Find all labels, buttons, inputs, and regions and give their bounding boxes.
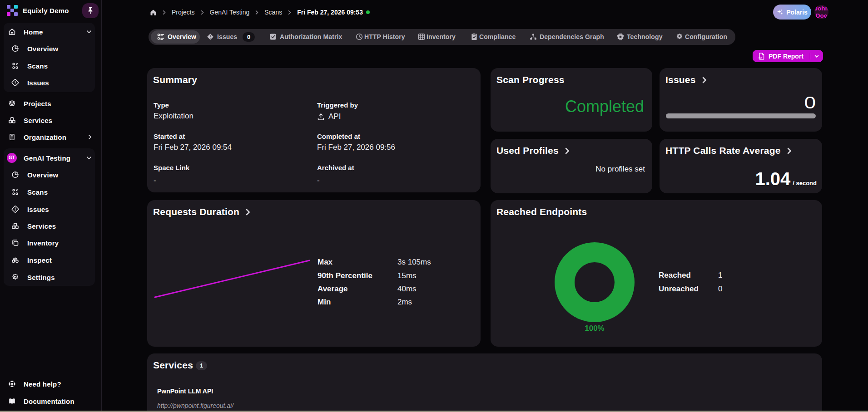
svg-text:PDF: PDF <box>759 57 763 59</box>
